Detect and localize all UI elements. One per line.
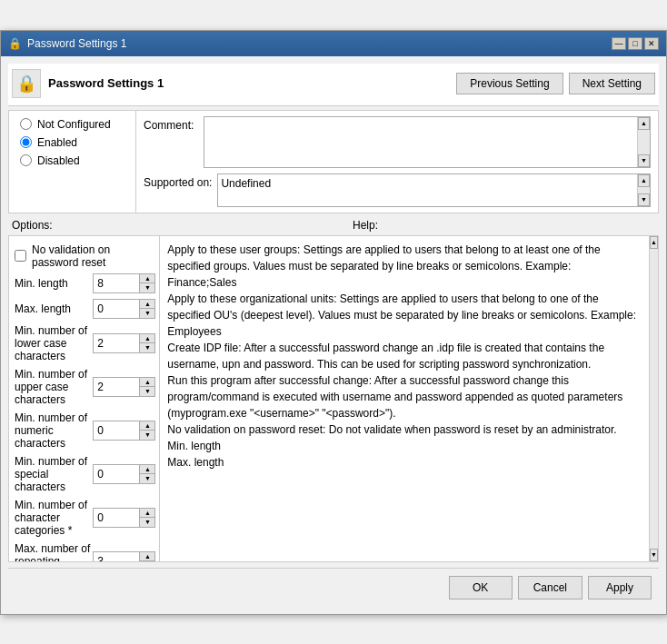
- field-label-3: Min. number of upper case characters: [15, 368, 93, 406]
- content-area: 🔒 Password Settings 1 Previous Setting N…: [1, 56, 666, 614]
- spinner-input-7[interactable]: [94, 552, 139, 561]
- spin-up-7[interactable]: ▲: [140, 552, 154, 561]
- no-validation-label[interactable]: No validation on password reset: [32, 243, 155, 269]
- spinner-4: ▲ ▼: [93, 421, 155, 441]
- spinner-input-6[interactable]: [94, 509, 139, 527]
- help-panel: Apply to these user groups: Settings are…: [160, 236, 649, 561]
- supported-value: Undefined: [218, 174, 637, 206]
- field-row-5: Min. number of special characters ▲ ▼: [15, 452, 155, 496]
- help-paragraph-4: No validation on password reset: Do not …: [167, 421, 642, 438]
- field-row-6: Min. number of character categories * ▲ …: [15, 496, 155, 540]
- comment-field[interactable]: [204, 117, 637, 167]
- field-label-5: Min. number of special characters: [15, 455, 93, 493]
- spin-up-1[interactable]: ▲: [140, 300, 154, 309]
- spin-down-0[interactable]: ▼: [140, 283, 154, 292]
- help-paragraph-1: Apply to these organizational units: Set…: [167, 291, 642, 340]
- no-validation-checkbox[interactable]: [15, 250, 26, 262]
- field-label-0: Min. length: [15, 277, 93, 290]
- spin-down-6[interactable]: ▼: [140, 518, 154, 527]
- supported-scrollbar: ▲ ▼: [637, 174, 650, 206]
- maximize-button[interactable]: □: [628, 37, 642, 50]
- help-scroll-up[interactable]: ▲: [650, 236, 658, 249]
- help-text-container: Apply to these user groups: Settings are…: [160, 236, 649, 561]
- spin-up-2[interactable]: ▲: [140, 334, 154, 343]
- options-panel-label: Options:: [8, 217, 349, 233]
- field-label-7: Max. number of repeating characters: [15, 542, 93, 561]
- spin-up-5[interactable]: ▲: [140, 465, 154, 474]
- no-validation-row: No validation on password reset: [15, 242, 155, 271]
- header-icon: 🔒: [12, 69, 41, 98]
- supported-scroll-down[interactable]: ▼: [638, 193, 650, 206]
- field-label-2: Min. number of lower case characters: [15, 324, 93, 362]
- field-row-7: Max. number of repeating characters ▲ ▼: [15, 540, 155, 561]
- spin-down-2[interactable]: ▼: [140, 343, 154, 352]
- apply-button[interactable]: Apply: [588, 576, 652, 599]
- spin-down-4[interactable]: ▼: [140, 431, 154, 440]
- spinner-2: ▲ ▼: [93, 333, 155, 353]
- spinner-input-3[interactable]: [94, 378, 139, 396]
- help-scrollbar: ▲ ▼: [649, 236, 658, 561]
- spinner-input-0[interactable]: [94, 274, 139, 292]
- comment-scroll-up[interactable]: ▲: [638, 117, 650, 130]
- disabled-label[interactable]: Disabled: [37, 154, 80, 167]
- spinner-6: ▲ ▼: [93, 508, 155, 528]
- help-paragraph-3: Run this program after successful change…: [167, 372, 642, 421]
- title-bar: 🔒 Password Settings 1 — □ ✕: [1, 31, 666, 56]
- help-paragraph-0: Apply to these user groups: Settings are…: [167, 242, 642, 291]
- footer: OK Cancel Apply: [8, 568, 659, 607]
- spinner-input-5[interactable]: [94, 465, 139, 483]
- spinner-5: ▲ ▼: [93, 464, 155, 484]
- options-panel: No validation on password reset Min. len…: [9, 236, 160, 561]
- close-button[interactable]: ✕: [644, 37, 659, 50]
- next-setting-button[interactable]: Next Setting: [569, 73, 655, 94]
- window-title: Password Settings 1: [27, 37, 126, 50]
- comment-label: Comment:: [144, 116, 198, 132]
- not-configured-radio[interactable]: [20, 118, 32, 130]
- minimize-button[interactable]: —: [612, 37, 626, 50]
- spin-down-5[interactable]: ▼: [140, 474, 154, 483]
- spinner-input-2[interactable]: [94, 334, 139, 352]
- field-row-2: Min. number of lower case characters ▲ ▼: [15, 322, 155, 365]
- field-label-4: Min. number of numeric characters: [15, 411, 93, 450]
- field-row-3: Min. number of upper case characters ▲ ▼: [15, 365, 155, 409]
- prev-setting-button[interactable]: Previous Setting: [456, 73, 562, 94]
- cancel-button[interactable]: Cancel: [518, 576, 582, 599]
- disabled-radio[interactable]: [20, 154, 32, 166]
- window-icon: 🔒: [8, 37, 22, 50]
- help-scroll-track: [650, 249, 658, 549]
- main-window: 🔒 Password Settings 1 — □ ✕ 🔒 Password S…: [0, 30, 667, 615]
- spin-up-4[interactable]: ▲: [140, 421, 154, 431]
- spin-up-6[interactable]: ▲: [140, 509, 154, 518]
- spinner-input-4[interactable]: [94, 421, 139, 440]
- spin-up-3[interactable]: ▲: [140, 378, 154, 387]
- not-configured-label[interactable]: Not Configured: [37, 118, 111, 131]
- field-label-6: Min. number of character categories *: [15, 499, 93, 537]
- help-paragraph-5: Min. length: [167, 438, 642, 454]
- field-row-0: Min. length ▲ ▼: [15, 271, 155, 296]
- field-row-4: Min. number of numeric characters ▲ ▼: [15, 409, 155, 452]
- field-label-1: Max. length: [15, 302, 93, 315]
- spin-down-3[interactable]: ▼: [140, 387, 154, 396]
- enabled-radio[interactable]: [20, 136, 32, 148]
- comment-scroll-down[interactable]: ▼: [638, 154, 650, 167]
- enabled-label[interactable]: Enabled: [37, 136, 77, 149]
- supported-scroll-up[interactable]: ▲: [638, 174, 650, 187]
- spinner-7: ▲ ▼: [93, 551, 155, 561]
- spinner-1: ▲ ▼: [93, 299, 155, 319]
- header-title: Password Settings 1: [48, 76, 449, 90]
- help-paragraph-6: Max. length: [167, 454, 642, 471]
- help-panel-label: Help:: [349, 217, 659, 233]
- spinner-3: ▲ ▼: [93, 377, 155, 397]
- help-paragraph-2: Create IDP file: After a successful pass…: [167, 340, 642, 372]
- spin-down-1[interactable]: ▼: [140, 309, 154, 318]
- field-row-1: Max. length ▲ ▼: [15, 296, 155, 322]
- spinner-input-1[interactable]: [94, 300, 139, 318]
- spin-up-0[interactable]: ▲: [140, 274, 154, 283]
- ok-button[interactable]: OK: [449, 576, 513, 599]
- help-scroll-down[interactable]: ▼: [650, 549, 658, 561]
- supported-label: Supported on:: [144, 173, 212, 189]
- comment-scrollbar: ▲ ▼: [637, 117, 650, 167]
- spinner-0: ▲ ▼: [93, 273, 155, 293]
